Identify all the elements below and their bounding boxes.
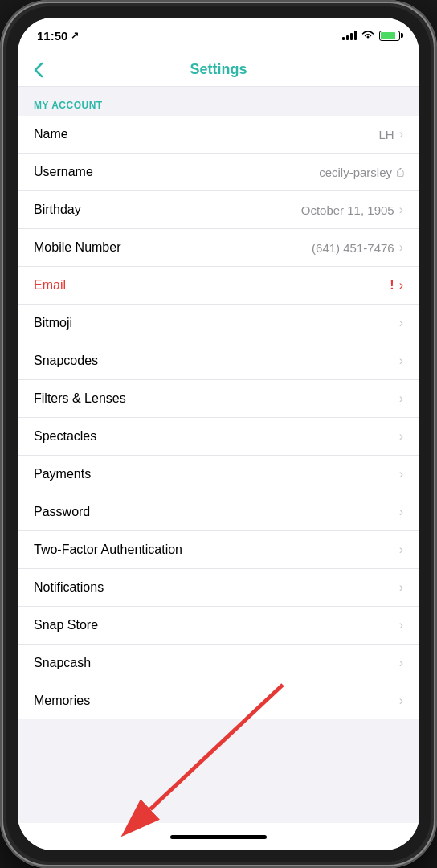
row-value-birthday: October 11, 1905 xyxy=(301,203,394,217)
row-label-username: Username xyxy=(34,165,93,179)
nav-header: Settings xyxy=(18,53,419,87)
row-right-snapcodes: › xyxy=(399,354,403,368)
row-label-payments: Payments xyxy=(34,467,91,481)
settings-row-birthday[interactable]: Birthday October 11, 1905 › xyxy=(18,191,419,229)
row-label-email: Email xyxy=(34,278,66,293)
row-label-snapcodes: Snapcodes xyxy=(34,354,98,368)
row-right-username: cecily-parsley ⎙ xyxy=(319,166,403,179)
phone-frame: 11:50 ↗ xyxy=(0,0,437,868)
settings-row-notifications[interactable]: Notifications › xyxy=(18,569,419,607)
chevron-icon-password: › xyxy=(399,505,403,519)
chevron-icon-memories: › xyxy=(399,694,403,708)
row-right-snap-store: › xyxy=(399,618,403,633)
settings-row-username[interactable]: Username cecily-parsley ⎙ xyxy=(18,154,419,191)
signal-bar-4 xyxy=(354,31,357,40)
row-label-birthday: Birthday xyxy=(34,203,81,217)
chevron-icon-2fa: › xyxy=(399,542,403,557)
row-right-notifications: › xyxy=(399,580,403,595)
signal-bar-1 xyxy=(342,37,345,40)
row-value-username: cecily-parsley xyxy=(319,166,392,179)
row-label-bitmoji: Bitmoji xyxy=(34,316,72,330)
battery-fill xyxy=(381,32,395,39)
row-right-snapcash: › xyxy=(399,656,403,670)
row-right-password: › xyxy=(399,505,403,519)
back-button[interactable] xyxy=(34,62,43,78)
time-display: 11:50 xyxy=(37,29,67,43)
row-right-bitmoji: › xyxy=(399,316,403,330)
section-header-my-account: MY ACCOUNT xyxy=(18,87,419,116)
email-alert-icon: ! xyxy=(390,278,394,293)
chevron-icon-snap-store: › xyxy=(399,618,403,633)
settings-row-spectacles[interactable]: Spectacles › xyxy=(18,418,419,456)
share-icon: ⎙ xyxy=(397,166,403,178)
row-label-notifications: Notifications xyxy=(34,580,104,595)
row-right-birthday: October 11, 1905 › xyxy=(301,203,403,217)
settings-row-memories[interactable]: Memories › xyxy=(18,682,419,719)
chevron-icon-birthday: › xyxy=(399,203,403,217)
wifi-icon xyxy=(361,29,374,42)
home-indicator-area xyxy=(18,823,419,850)
chevron-icon-mobile: › xyxy=(399,240,403,255)
row-label-memories: Memories xyxy=(34,694,90,708)
signal-bar-2 xyxy=(346,35,349,40)
signal-strength-icon xyxy=(342,31,357,40)
settings-row-2fa[interactable]: Two-Factor Authentication › xyxy=(18,531,419,569)
settings-row-filters[interactable]: Filters & Lenses › xyxy=(18,380,419,418)
row-label-snap-store: Snap Store xyxy=(34,618,98,633)
row-label-snapcash: Snapcash xyxy=(34,656,91,670)
location-icon: ↗ xyxy=(71,30,79,41)
row-label-2fa: Two-Factor Authentication xyxy=(34,542,182,557)
chevron-icon-payments: › xyxy=(399,467,403,481)
row-right-name: LH › xyxy=(378,127,403,141)
row-right-email: ! › xyxy=(390,278,403,293)
row-label-mobile: Mobile Number xyxy=(34,240,120,255)
home-indicator xyxy=(170,835,267,839)
settings-row-bitmoji[interactable]: Bitmoji › xyxy=(18,305,419,342)
chevron-icon-snapcash: › xyxy=(399,656,403,670)
signal-bar-3 xyxy=(350,33,353,40)
settings-row-password[interactable]: Password › xyxy=(18,493,419,531)
chevron-icon-bitmoji: › xyxy=(399,316,403,330)
status-icons xyxy=(342,29,400,42)
settings-row-email[interactable]: Email ! › xyxy=(18,267,419,305)
chevron-icon-email: › xyxy=(399,278,403,293)
chevron-icon-name: › xyxy=(399,127,403,141)
row-value-mobile: (641) 451-7476 xyxy=(312,241,394,255)
row-right-payments: › xyxy=(399,467,403,481)
screen: 11:50 ↗ xyxy=(18,18,419,850)
chevron-icon-filters: › xyxy=(399,391,403,406)
content-area: MY ACCOUNT Name LH › Username xyxy=(18,87,419,823)
phone-body: 11:50 ↗ xyxy=(6,6,431,862)
page-title: Settings xyxy=(190,61,247,78)
row-label-filters: Filters & Lenses xyxy=(34,391,126,406)
settings-row-name[interactable]: Name LH › xyxy=(18,116,419,154)
row-right-filters: › xyxy=(399,391,403,406)
battery-icon xyxy=(379,31,400,41)
row-label-spectacles: Spectacles xyxy=(34,429,96,444)
row-right-mobile: (641) 451-7476 › xyxy=(312,240,403,255)
settings-row-mobile[interactable]: Mobile Number (641) 451-7476 › xyxy=(18,229,419,267)
row-label-name: Name xyxy=(34,127,68,141)
chevron-icon-snapcodes: › xyxy=(399,354,403,368)
settings-group-account: Name LH › Username cecily-parsley ⎙ xyxy=(18,116,419,719)
status-time: 11:50 ↗ xyxy=(37,29,79,43)
chevron-icon-spectacles: › xyxy=(399,429,403,444)
settings-row-payments[interactable]: Payments › xyxy=(18,456,419,493)
settings-row-snapcodes[interactable]: Snapcodes › xyxy=(18,342,419,380)
settings-row-snap-store[interactable]: Snap Store › xyxy=(18,607,419,645)
row-right-memories: › xyxy=(399,694,403,708)
row-value-name: LH xyxy=(378,128,394,141)
row-label-password: Password xyxy=(34,505,90,519)
row-right-2fa: › xyxy=(399,542,403,557)
chevron-icon-notifications: › xyxy=(399,580,403,595)
row-right-spectacles: › xyxy=(399,429,403,444)
settings-row-snapcash[interactable]: Snapcash › xyxy=(18,645,419,682)
status-bar: 11:50 ↗ xyxy=(18,18,419,53)
